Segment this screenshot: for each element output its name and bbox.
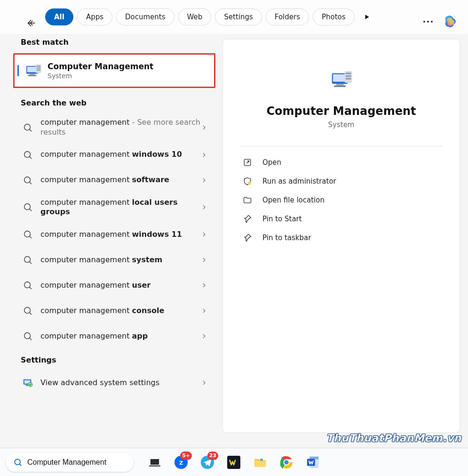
web-result[interactable]: computer management user — [0, 273, 221, 298]
shield-icon — [243, 177, 252, 186]
web-result-text: computer management windows 11 — [40, 230, 200, 240]
options-button[interactable] — [422, 16, 434, 28]
svg-point-31 — [15, 459, 20, 465]
svg-rect-32 — [150, 459, 159, 465]
taskview-icon — [149, 456, 161, 468]
best-match-subtitle: System — [48, 72, 153, 80]
taskbar-word[interactable] — [305, 454, 321, 470]
action-open[interactable]: Open — [231, 153, 451, 172]
web-result[interactable]: computer management app — [0, 323, 221, 349]
svg-point-15 — [24, 307, 31, 314]
search-icon — [23, 150, 33, 160]
svg-point-14 — [24, 282, 31, 288]
svg-rect-34 — [149, 465, 160, 466]
filter-web[interactable]: Web — [178, 8, 212, 25]
web-result-text: computer management local users groups — [40, 198, 200, 218]
web-result[interactable]: computer management windows 11 — [0, 222, 221, 247]
web-result[interactable]: computer management - See more search re… — [0, 113, 221, 142]
web-result-text: computer management console — [40, 306, 200, 316]
chevron-right-icon — [200, 379, 208, 387]
svg-rect-38 — [227, 456, 240, 469]
svg-point-10 — [24, 177, 31, 183]
web-result[interactable]: computer management local users groups — [0, 193, 221, 222]
settings-result-text: View advanced system settings — [40, 378, 200, 388]
chevron-right-icon — [200, 151, 208, 159]
filter-pills: All Apps Documents Web Settings Folders … — [45, 8, 372, 25]
web-result[interactable]: computer management software — [0, 168, 221, 193]
settings-result[interactable]: View advanced system settings — [0, 370, 221, 395]
pin-icon — [243, 233, 252, 242]
web-result[interactable]: computer management system — [0, 247, 221, 273]
pin-icon — [243, 214, 252, 224]
taskbar-app-w[interactable] — [226, 454, 242, 470]
taskbar-zalo[interactable]: Z 5+ — [173, 454, 189, 470]
taskbar-search-input[interactable] — [27, 458, 126, 467]
open-icon — [243, 158, 252, 167]
action-open-location[interactable]: Open file location — [231, 191, 451, 210]
filter-settings[interactable]: Settings — [215, 8, 262, 25]
chevron-right-icon — [200, 332, 208, 340]
svg-point-30 — [248, 182, 251, 185]
folder-icon — [253, 455, 267, 469]
action-run-admin[interactable]: Run as administrator — [231, 172, 451, 191]
folder-icon — [243, 195, 252, 205]
taskbar-search[interactable] — [6, 453, 134, 472]
svg-rect-24 — [334, 85, 346, 87]
chevron-right-icon — [200, 124, 208, 131]
search-icon — [23, 175, 33, 186]
taskbar-telegram[interactable]: 23 — [199, 454, 215, 470]
filter-folders[interactable]: Folders — [266, 8, 309, 25]
web-result-text: computer management app — [40, 331, 200, 341]
search-icon — [23, 306, 33, 316]
web-result[interactable]: computer management console — [0, 298, 221, 323]
badge: 5+ — [180, 452, 192, 460]
svg-rect-40 — [260, 459, 263, 460]
divider — [240, 146, 443, 146]
svg-rect-5 — [37, 65, 40, 67]
taskbar-explorer[interactable] — [252, 454, 268, 470]
svg-rect-39 — [254, 461, 266, 467]
taskbar-apps: Z 5+ 23 — [147, 454, 321, 470]
best-match-item[interactable]: Computer Management System — [13, 53, 215, 88]
svg-rect-23 — [336, 84, 343, 85]
web-result[interactable]: computer management windows 10 — [0, 142, 221, 168]
best-match-title: Computer Management — [48, 62, 153, 71]
copilot-icon[interactable] — [443, 14, 458, 29]
action-pin-start[interactable]: Pin to Start — [231, 210, 451, 228]
taskbar: Z 5+ 23 — [0, 448, 468, 476]
action-pin-taskbar[interactable]: Pin to taskbar — [231, 228, 451, 247]
filter-all[interactable]: All — [45, 8, 73, 25]
monitor-settings-icon — [23, 378, 33, 388]
search-results-area: Best match Computer Management System — [0, 34, 468, 440]
taskbar-chrome[interactable] — [278, 454, 294, 470]
search-icon — [23, 122, 33, 133]
svg-point-9 — [24, 151, 31, 157]
more-filters-button[interactable] — [362, 12, 372, 22]
search-icon — [23, 331, 33, 341]
svg-rect-7 — [37, 70, 40, 71]
svg-point-11 — [24, 204, 31, 210]
computer-management-icon — [329, 67, 354, 92]
web-result-text: computer management system — [40, 255, 200, 265]
results-list: Best match Computer Management System — [0, 34, 221, 440]
back-button[interactable] — [25, 17, 38, 29]
filter-apps[interactable]: Apps — [77, 8, 112, 25]
search-icon — [23, 229, 33, 240]
svg-point-13 — [24, 257, 31, 263]
search-icon — [23, 280, 33, 290]
filter-documents[interactable]: Documents — [116, 8, 175, 25]
search-icon — [23, 255, 33, 265]
action-label: Run as administrator — [262, 177, 336, 186]
filter-photos[interactable]: Photos — [313, 8, 355, 25]
search-icon — [13, 458, 23, 467]
ellipsis-icon — [423, 21, 425, 23]
svg-rect-6 — [37, 67, 40, 69]
taskbar-taskview[interactable] — [147, 454, 163, 470]
detail-title: Computer Management — [267, 105, 416, 118]
chevron-right-icon — [200, 256, 208, 264]
action-label: Open file location — [262, 196, 325, 204]
computer-management-icon — [24, 61, 43, 80]
web-result-text: computer management - See more search re… — [40, 118, 200, 137]
windows-search-panel: All Apps Documents Web Settings Folders … — [0, 0, 468, 476]
search-icon — [23, 202, 33, 212]
